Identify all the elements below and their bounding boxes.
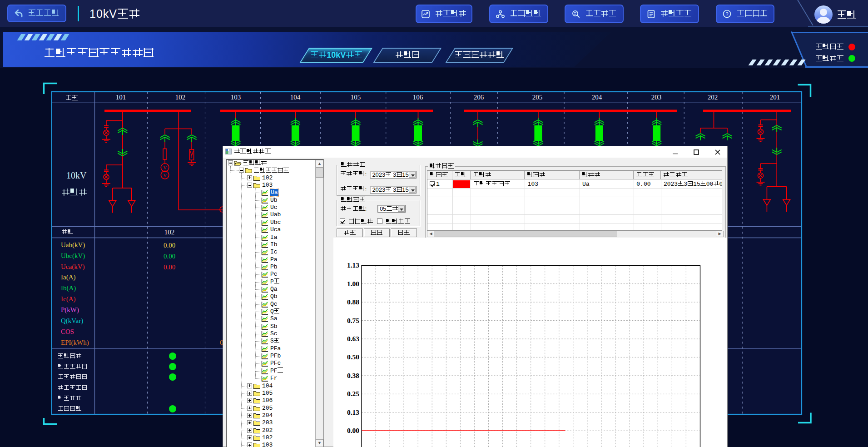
svg-text:V: V — [163, 165, 167, 170]
svg-text:0.13: 0.13 — [347, 408, 359, 416]
svg-text:V: V — [163, 173, 167, 178]
svg-text:0.50: 0.50 — [347, 353, 359, 361]
svg-text:0.25: 0.25 — [347, 390, 359, 397]
svg-text:1.13: 1.13 — [347, 261, 359, 269]
svg-text:0.63: 0.63 — [347, 335, 359, 343]
svg-text:0.88: 0.88 — [347, 298, 359, 306]
svg-text:0.75: 0.75 — [347, 317, 359, 324]
svg-text:0.38: 0.38 — [347, 372, 359, 379]
svg-text:0.00: 0.00 — [347, 427, 359, 434]
svg-text:1.00: 1.00 — [347, 280, 359, 288]
